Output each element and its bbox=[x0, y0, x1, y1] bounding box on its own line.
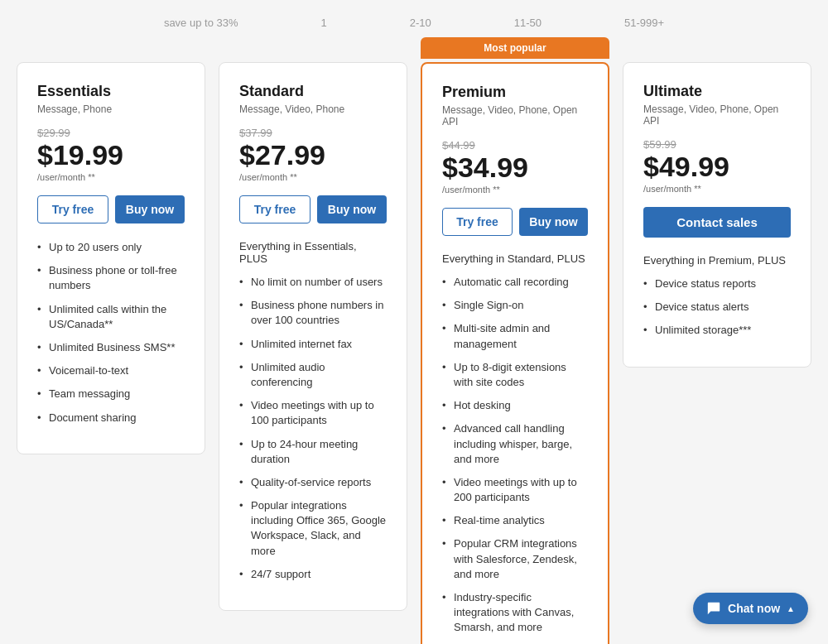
essentials-subtitle: Message, Phone bbox=[37, 103, 185, 115]
standard-buy-button[interactable]: Buy now bbox=[317, 195, 387, 223]
standard-feature-8: Popular integrations including Office 36… bbox=[239, 498, 387, 559]
ultimate-plus-label: Everything in Premium, PLUS bbox=[643, 254, 791, 267]
essentials-feature-6: Team messaging bbox=[37, 387, 185, 401]
standard-feature-9: 24/7 support bbox=[239, 567, 387, 582]
ultimate-contact-button[interactable]: Contact sales bbox=[643, 207, 791, 238]
chat-label: Chat now bbox=[728, 602, 780, 615]
premium-current-price: $34.99 bbox=[442, 153, 588, 181]
essentials-btn-group: Try free Buy now bbox=[37, 195, 185, 223]
ultimate-current-price: $49.99 bbox=[643, 152, 791, 180]
standard-features: No limit on number of users Business pho… bbox=[239, 275, 387, 582]
essentials-feature-2: Business phone or toll-free numbers bbox=[37, 263, 185, 293]
standard-price-detail: /user/month ** bbox=[239, 172, 387, 182]
premium-original-price: $44.99 bbox=[442, 139, 588, 151]
premium-plus-label: Everything in Standard, PLUS bbox=[442, 252, 588, 265]
chat-widget[interactable]: Chat now ▲ bbox=[693, 593, 808, 624]
plan-ultimate: Ultimate Message, Video, Phone, Open API… bbox=[623, 62, 811, 368]
premium-feature-10: Industry-specific integrations with Canv… bbox=[442, 590, 588, 636]
standard-plus-label: Everything in Essentials, PLUS bbox=[239, 240, 387, 265]
standard-feature-4: Unlimited audio conferencing bbox=[239, 360, 387, 390]
top-nav: save up to 33% 1 2-10 11-50 51-999+ bbox=[17, 17, 811, 37]
standard-current-price: $27.99 bbox=[239, 141, 387, 169]
premium-feature-6: Advanced call handling including whisper… bbox=[442, 421, 588, 467]
standard-try-button[interactable]: Try free bbox=[239, 195, 310, 223]
essentials-try-button[interactable]: Try free bbox=[37, 195, 108, 223]
essentials-feature-7: Document sharing bbox=[37, 411, 185, 425]
ultimate-features: Device status reports Device status aler… bbox=[643, 276, 791, 339]
standard-feature-2: Business phone numbers in over 100 count… bbox=[239, 298, 387, 328]
essentials-features: Up to 20 users only Business phone or to… bbox=[37, 240, 185, 425]
essentials-feature-3: Unlimited calls within the US/Canada** bbox=[37, 302, 185, 332]
standard-feature-3: Unlimited internet fax bbox=[239, 337, 387, 352]
essentials-price-detail: /user/month ** bbox=[37, 172, 185, 182]
standard-feature-7: Quality-of-service reports bbox=[239, 475, 387, 490]
premium-feature-2: Single Sign-on bbox=[442, 298, 588, 313]
premium-try-button[interactable]: Try free bbox=[442, 208, 513, 236]
essentials-name: Essentials bbox=[37, 83, 185, 100]
chevron-up-icon: ▲ bbox=[787, 604, 795, 613]
essentials-buy-button[interactable]: Buy now bbox=[115, 195, 185, 223]
essentials-feature-4: Unlimited Business SMS** bbox=[37, 340, 185, 355]
plan-essentials: Essentials Message, Phone $29.99 $19.99 … bbox=[17, 62, 205, 454]
ultimate-feature-3: Unlimited storage*** bbox=[643, 323, 791, 338]
standard-feature-1: No limit on number of users bbox=[239, 275, 387, 290]
premium-feature-8: Real-time analytics bbox=[442, 513, 588, 528]
ultimate-name: Ultimate bbox=[643, 83, 791, 100]
nav-2-10: 2-10 bbox=[410, 17, 431, 29]
ultimate-original-price: $59.99 bbox=[643, 138, 791, 151]
nav-1: 1 bbox=[321, 17, 327, 29]
standard-btn-group: Try free Buy now bbox=[239, 195, 387, 223]
essentials-original-price: $29.99 bbox=[37, 127, 185, 139]
ultimate-price-detail: /user/month ** bbox=[643, 184, 791, 194]
premium-name: Premium bbox=[442, 84, 588, 101]
standard-original-price: $37.99 bbox=[239, 127, 387, 139]
plan-standard: Standard Message, Video, Phone $37.99 $2… bbox=[219, 62, 407, 611]
essentials-current-price: $19.99 bbox=[37, 141, 185, 169]
premium-feature-3: Multi-site admin and management bbox=[442, 321, 588, 351]
ultimate-feature-1: Device status reports bbox=[643, 276, 791, 291]
ultimate-feature-2: Device status alerts bbox=[643, 300, 791, 315]
chat-icon bbox=[706, 601, 721, 616]
premium-buy-button[interactable]: Buy now bbox=[519, 208, 588, 236]
ultimate-subtitle: Message, Video, Phone, Open API bbox=[643, 103, 791, 127]
nav-save: save up to 33% bbox=[164, 17, 238, 29]
premium-price-detail: /user/month ** bbox=[442, 185, 588, 195]
essentials-feature-1: Up to 20 users only bbox=[37, 240, 185, 255]
popular-badge: Most popular bbox=[421, 37, 609, 59]
standard-name: Standard bbox=[239, 83, 387, 100]
nav-11-50: 11-50 bbox=[514, 17, 542, 29]
premium-feature-7: Video meetings with up to 200 participan… bbox=[442, 475, 588, 505]
premium-subtitle: Message, Video, Phone, Open API bbox=[442, 104, 588, 127]
nav-51-999: 51-999+ bbox=[624, 17, 664, 29]
standard-subtitle: Message, Video, Phone bbox=[239, 103, 387, 115]
standard-feature-6: Up to 24-hour meeting duration bbox=[239, 437, 387, 467]
premium-feature-1: Automatic call recording bbox=[442, 275, 588, 290]
premium-feature-9: Popular CRM integrations with Salesforce… bbox=[442, 536, 588, 582]
essentials-feature-5: Voicemail-to-text bbox=[37, 363, 185, 378]
premium-feature-5: Hot desking bbox=[442, 398, 588, 413]
premium-features: Automatic call recording Single Sign-on … bbox=[442, 275, 588, 644]
plan-premium: Most popular Premium Message, Video, Pho… bbox=[421, 62, 609, 644]
plans-container: Essentials Message, Phone $29.99 $19.99 … bbox=[17, 62, 811, 644]
premium-btn-group: Try free Buy now bbox=[442, 208, 588, 236]
premium-feature-4: Up to 8-digit extensions with site codes bbox=[442, 360, 588, 390]
standard-feature-5: Video meetings with up to 100 participan… bbox=[239, 398, 387, 428]
